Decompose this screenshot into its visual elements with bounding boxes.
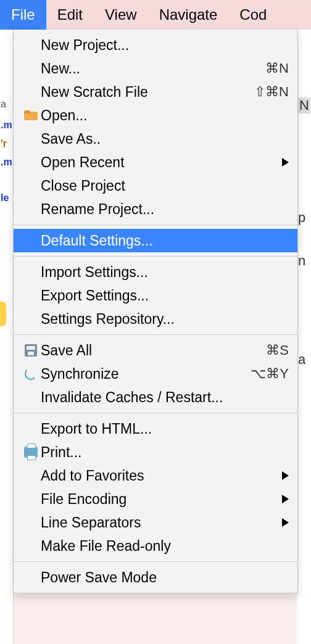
- menu-make-readonly[interactable]: Make File Read-only: [14, 534, 297, 558]
- menu-label: Power Save Mode: [41, 569, 289, 586]
- menu-label: File Encoding: [41, 491, 278, 508]
- menu-shortcut: ⌥⌘Y: [251, 366, 289, 382]
- editor-right-strip: N p n a: [297, 30, 311, 644]
- strip-text: 'r: [0, 134, 13, 153]
- editor-left-strip: a .m 'r .m le: [0, 30, 14, 644]
- menubar-file[interactable]: File: [0, 0, 46, 30]
- menu-synchronize[interactable]: Synchronize ⌥⌘Y: [14, 362, 297, 386]
- menu-shortcut: ⇧⌘N: [254, 84, 289, 100]
- submenu-arrow-icon: [282, 471, 289, 480]
- menu-label: Settings Repository...: [41, 311, 289, 328]
- strip-text: .m: [0, 116, 13, 134]
- menu-export-settings[interactable]: Export Settings...: [14, 284, 297, 307]
- menu-default-settings[interactable]: Default Settings...: [14, 229, 297, 252]
- menu-add-to-favorites[interactable]: Add to Favorites: [14, 464, 297, 487]
- submenu-arrow-icon: [282, 495, 289, 503]
- menu-label: Default Settings...: [41, 233, 289, 249]
- menu-settings-repository[interactable]: Settings Repository...: [14, 307, 297, 331]
- menu-label: Export Settings...: [41, 287, 289, 304]
- menubar-navigate[interactable]: Navigate: [148, 0, 229, 30]
- menu-invalidate-caches[interactable]: Invalidate Caches / Restart...: [14, 386, 297, 409]
- menu-separator: [14, 413, 297, 413]
- folder-icon: [21, 110, 41, 120]
- strip-text: N: [298, 97, 310, 114]
- menu-label: Save As..: [41, 131, 289, 147]
- submenu-arrow-icon: [282, 158, 289, 167]
- menu-file-encoding[interactable]: File Encoding: [14, 487, 297, 511]
- menu-label: Import Settings...: [41, 264, 289, 281]
- menu-label: Line Separators: [41, 514, 278, 531]
- submenu-arrow-icon: [282, 518, 289, 527]
- menu-print[interactable]: Print...: [14, 440, 297, 464]
- menu-label: New...: [41, 60, 265, 77]
- strip-text: a: [0, 95, 13, 114]
- menu-open-recent[interactable]: Open Recent: [14, 151, 297, 174]
- menu-label: Rename Project...: [41, 201, 289, 218]
- menu-label: Make File Read-only: [41, 538, 289, 555]
- menu-label: Synchronize: [41, 366, 251, 382]
- menubar-edit[interactable]: Edit: [46, 0, 94, 30]
- print-icon: [21, 447, 41, 458]
- save-icon: [21, 344, 41, 357]
- strip-text: n: [298, 253, 305, 269]
- menu-open[interactable]: Open...: [14, 104, 297, 127]
- menu-label: New Scratch File: [41, 84, 254, 101]
- menu-export-to-html[interactable]: Export to HTML...: [14, 417, 297, 440]
- strip-text: .m: [0, 153, 13, 171]
- menu-import-settings[interactable]: Import Settings...: [14, 260, 297, 284]
- menu-label: Print...: [41, 444, 289, 461]
- strip-text: a: [298, 352, 305, 368]
- menu-label: Export to HTML...: [41, 421, 289, 437]
- menu-label: Open...: [41, 107, 289, 124]
- menu-line-separators[interactable]: Line Separators: [14, 511, 297, 534]
- menu-label: Invalidate Caches / Restart...: [41, 389, 289, 406]
- menubar-view[interactable]: View: [94, 0, 148, 30]
- menu-separator: [14, 334, 297, 335]
- menu-shortcut: ⌘S: [266, 342, 289, 358]
- menu-rename-project[interactable]: Rename Project...: [14, 197, 297, 221]
- menu-separator: [14, 256, 297, 257]
- menu-label: Save All: [41, 342, 266, 359]
- menu-separator: [14, 225, 297, 225]
- sync-icon: [21, 368, 41, 380]
- menu-save-all[interactable]: Save All ⌘S: [14, 339, 297, 362]
- menu-shortcut: ⌘N: [265, 60, 289, 76]
- menu-label: Close Project: [41, 178, 289, 194]
- menu-label: Add to Favorites: [41, 468, 278, 484]
- menu-label: New Project...: [41, 37, 289, 54]
- menu-new-project[interactable]: New Project...: [14, 33, 297, 57]
- menu-label: Open Recent: [41, 154, 278, 171]
- menu-new[interactable]: New... ⌘N: [14, 57, 297, 80]
- menubar: File Edit View Navigate Cod: [0, 0, 311, 30]
- file-menu-dropdown: New Project... New... ⌘N New Scratch Fil…: [13, 30, 298, 593]
- menubar-code[interactable]: Cod: [228, 0, 278, 30]
- menu-new-scratch-file[interactable]: New Scratch File ⇧⌘N: [14, 80, 297, 104]
- menu-power-save-mode[interactable]: Power Save Mode: [14, 566, 297, 589]
- strip-text: p: [298, 210, 305, 226]
- strip-text: le: [0, 189, 13, 207]
- menu-separator: [14, 561, 297, 562]
- menu-close-project[interactable]: Close Project: [14, 174, 297, 197]
- menu-save-as[interactable]: Save As..: [14, 127, 297, 151]
- intention-bulb-icon: [0, 302, 6, 326]
